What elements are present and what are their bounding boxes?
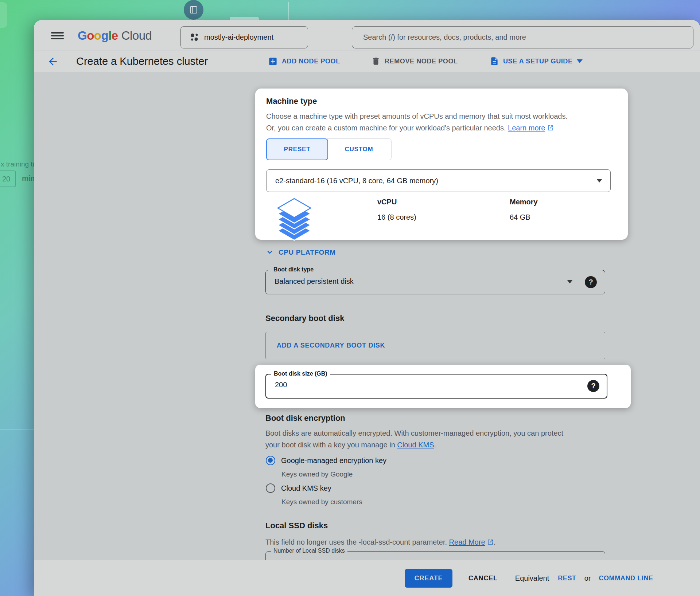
memory-label: Memory [510, 198, 538, 206]
footer-action-bar: CREATE CANCEL Equivalent REST or COMMAND… [34, 560, 700, 596]
boot-disk-encryption-heading: Boot disk encryption [265, 413, 345, 423]
background-app-icon [184, 0, 203, 20]
equivalent-label: Equivalent [515, 574, 549, 583]
use-setup-guide-label: USE A SETUP GUIDE [503, 58, 573, 65]
cloud-kms-link[interactable]: Cloud KMS [397, 441, 434, 449]
hamburger-menu-icon[interactable] [51, 32, 64, 39]
local-ssd-description-text: This field no longer uses the -local-ssd… [265, 538, 447, 546]
caret-down-icon [577, 59, 583, 63]
background-gridline [21, 412, 21, 596]
local-ssd-description-period: . [494, 538, 496, 546]
chevron-down-icon [265, 248, 274, 257]
secondary-boot-disk-heading: Secondary boot disk [265, 314, 344, 323]
help-icon[interactable]: ? [587, 380, 599, 392]
vcpu-spec: vCPU 16 (8 cores) [377, 198, 416, 221]
encryption-description-period: . [434, 441, 436, 449]
command-line-link[interactable]: COMMAND LINE [599, 575, 653, 582]
tab-preset[interactable]: PRESET [266, 138, 328, 160]
or-label: or [584, 574, 591, 583]
title-bar: Create a Kubernetes cluster ADD NODE POO… [34, 51, 700, 72]
local-ssd-heading: Local SSD disks [265, 521, 328, 530]
machine-type-description-line2: Or, you can create a custom machine for … [266, 124, 506, 132]
radio-google-managed[interactable]: Google-managed encryption key [266, 456, 386, 465]
project-icon [190, 33, 199, 42]
background-gridline [0, 519, 34, 519]
boot-disk-type-label: Boot disk type [271, 266, 316, 273]
add-secondary-boot-disk-button[interactable]: ADD A SECONDARY BOOT DISK [277, 342, 385, 349]
trash-icon [371, 56, 381, 66]
radio-selected-icon[interactable] [266, 456, 275, 465]
encryption-description-line2: your boot disk with a key you manage in [265, 441, 395, 449]
tab-custom[interactable]: CUSTOM [327, 138, 392, 160]
read-more-link[interactable]: Read More [449, 538, 485, 546]
radio-google-managed-label: Google-managed encryption key [281, 456, 386, 465]
boot-disk-encryption-description: Boot disks are automatically encrypted. … [265, 427, 612, 451]
machine-layers-icon [275, 198, 313, 242]
external-link-icon [487, 539, 494, 545]
machine-type-card: Machine type Choose a machine type with … [255, 89, 628, 240]
machine-type-tabs: PRESET CUSTOM [266, 138, 392, 160]
machine-type-selected-value: e2-standard-16 (16 vCPU, 8 core, 64 GB m… [275, 177, 438, 185]
background-divider [288, 2, 289, 20]
machine-type-description: Choose a machine type with preset amount… [266, 110, 612, 134]
radio-cloud-kms-sub: Keys owned by customers [281, 498, 362, 506]
cancel-button[interactable]: CANCEL [468, 575, 498, 582]
radio-unselected-icon[interactable] [266, 483, 275, 493]
google-logo-google: Google [78, 29, 118, 42]
remove-node-pool-button[interactable]: REMOVE NODE POOL [371, 56, 458, 66]
page-title: Create a Kubernetes cluster [76, 55, 208, 67]
project-selector[interactable]: mostly-ai-deployment [180, 26, 308, 48]
machine-type-select[interactable]: e2-standard-16 (16 vCPU, 8 core, 64 GB m… [266, 169, 611, 192]
search-input[interactable] [352, 26, 693, 48]
remove-node-pool-label: REMOVE NODE POOL [385, 58, 458, 65]
boot-disk-size-label: Boot disk size (GB) [271, 370, 330, 377]
background-gridline [0, 429, 34, 430]
cpu-platform-toggle[interactable]: CPU PLATFORM [265, 248, 336, 257]
add-box-icon [268, 56, 278, 66]
local-ssd-description: This field no longer uses the -local-ssd… [265, 536, 496, 548]
boot-disk-type-value: Balanced persistent disk [275, 277, 354, 286]
top-header: GoogleCloud mostly-ai-deployment [34, 20, 700, 51]
radio-google-managed-sub: Keys owned by Google [281, 470, 353, 478]
dropdown-caret-icon [567, 280, 573, 283]
use-setup-guide-button[interactable]: USE A SETUP GUIDE [490, 56, 583, 66]
vcpu-value: 16 (8 cores) [377, 213, 416, 221]
background-training-value: 20 [0, 170, 16, 187]
radio-cloud-kms[interactable]: Cloud KMS key [266, 483, 331, 493]
dropdown-caret-icon [596, 179, 602, 183]
machine-type-description-line1: Choose a machine type with preset amount… [266, 112, 568, 120]
add-node-pool-button[interactable]: ADD NODE POOL [268, 56, 340, 66]
help-icon[interactable]: ? [585, 276, 597, 288]
encryption-description-line1: Boot disks are automatically encrypted. … [265, 429, 563, 437]
boot-disk-type-select[interactable]: Boot disk type Balanced persistent disk … [265, 270, 605, 294]
google-logo-cloud: Cloud [121, 29, 152, 42]
project-name: mostly-ai-deployment [204, 33, 273, 42]
background-training-unit: min [22, 174, 35, 183]
rest-link[interactable]: REST [558, 575, 576, 582]
boot-disk-size-field[interactable]: Boot disk size (GB) ? [265, 374, 607, 399]
learn-more-link[interactable]: Learn more [508, 124, 545, 132]
boot-disk-size-input[interactable] [275, 381, 552, 389]
console-window: GoogleCloud mostly-ai-deployment Create … [34, 20, 700, 596]
vcpu-label: vCPU [377, 198, 416, 206]
background-window-corner [0, 2, 7, 28]
local-ssd-count-label: Number of Local SSD disks [271, 548, 347, 554]
document-icon [490, 56, 499, 66]
radio-cloud-kms-label: Cloud KMS key [281, 484, 331, 493]
machine-type-heading: Machine type [266, 97, 317, 106]
cpu-platform-label: CPU PLATFORM [279, 248, 336, 256]
external-link-icon [547, 125, 554, 131]
create-button[interactable]: CREATE [405, 569, 452, 588]
back-button[interactable] [47, 56, 59, 67]
secondary-boot-disk-box: ADD A SECONDARY BOOT DISK [265, 332, 605, 359]
memory-value: 64 GB [510, 213, 538, 221]
memory-spec: Memory 64 GB [510, 198, 538, 221]
boot-disk-size-card: Boot disk size (GB) ? [255, 365, 631, 408]
google-cloud-logo: GoogleCloud [78, 29, 152, 43]
add-node-pool-label: ADD NODE POOL [282, 58, 340, 65]
